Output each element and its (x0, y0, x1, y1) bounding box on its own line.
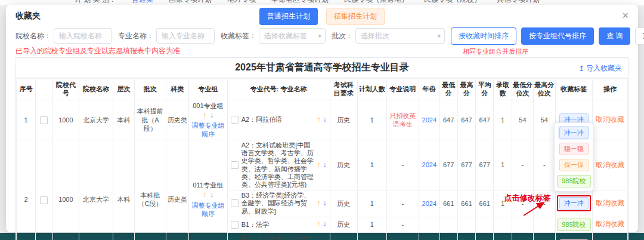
move-major-down-icon[interactable]: ↓ (323, 199, 327, 208)
bg-plan-type-item: 其他专项计划 (497, 0, 540, 5)
batch-filter-select[interactable]: 选择批次 ▾ (355, 28, 445, 44)
tag-filter-value: 选择收藏标签 (264, 31, 307, 41)
tag-option-bao[interactable]: 保一保 (558, 158, 589, 172)
table-row: 1 1000 北京大学 本科 本科提前批（A段） 历史类 001专业组 ↑ ↓ (17, 100, 628, 140)
cell-max-score: 677 (457, 140, 475, 190)
major-name: A2：阿拉伯语 (242, 116, 314, 124)
tag-highlight-box: 冲一冲 (557, 195, 591, 211)
move-group-up-icon[interactable]: ↑ (203, 190, 206, 200)
cell-min-score: 661 (439, 190, 457, 217)
col-header-subject-req: 考试科目要求 (330, 79, 357, 100)
cell-max-score: 661 (457, 190, 475, 217)
collect-plan-button[interactable]: 征集招生计划 (326, 8, 385, 25)
sort-by-time-button[interactable]: 按收藏时间排序 (451, 27, 516, 45)
cell-max-rank (534, 217, 555, 232)
cancel-favorite-link[interactable]: 取消收藏 (596, 161, 624, 169)
cell-plan-count: 1 (358, 217, 387, 232)
row-checkbox[interactable] (40, 116, 48, 124)
major-name-input[interactable] (156, 28, 215, 44)
favorites-modal: 收藏夹 普通招生计划 征集招生计划 × 院校名称： 专业名称： 收藏标签： 选择… (6, 5, 638, 232)
row-checkbox[interactable] (40, 196, 48, 204)
cell-subject: 历史 (330, 232, 357, 240)
cell-min-score: 677 (439, 140, 457, 190)
cell-max-score: 661 (457, 232, 475, 240)
tag-option-chong[interactable]: 冲一冲 (558, 126, 589, 140)
col-header-plan-count: 计划人数 (358, 79, 387, 100)
cell-category: 历史类 (166, 100, 188, 140)
col-header-min-score: 最低分 (439, 79, 457, 100)
cell-major-note: - (386, 140, 419, 190)
major-checkbox[interactable] (231, 116, 239, 124)
cell-college-name: 北京大学 (79, 140, 113, 240)
adjust-group-order-link[interactable]: 调整专业组顺序 (190, 201, 226, 219)
cell-max-rank: - (534, 232, 555, 240)
cell-admit-count: 1 (494, 140, 512, 190)
major-name: B1：法学 (242, 221, 314, 229)
cell-college-name: 北京大学 (79, 100, 113, 140)
cell-min-score: 647 (439, 100, 457, 140)
favorite-tag[interactable]: 985院校 (557, 219, 590, 231)
favorite-tag[interactable]: 冲一冲 (559, 197, 589, 210)
cell-max-rank: 54 (534, 100, 555, 140)
bg-plan-type-item: 地方专项 (227, 0, 256, 5)
cell-year[interactable] (419, 217, 439, 232)
move-major-up-icon[interactable]: ↑ (317, 115, 321, 125)
normal-plan-button[interactable]: 普通招生计划 (259, 8, 318, 25)
school-name-input[interactable] (54, 28, 112, 44)
import-favorites-link[interactable]: ↥ 导入收藏夹 (578, 63, 622, 73)
cell-min-score: 661 (439, 232, 457, 240)
major-name-label: 专业名称： (118, 31, 154, 41)
import-icon: ↥ (578, 64, 584, 73)
col-header-college-name: 院校名称 (79, 79, 113, 100)
move-group-down-icon[interactable]: ↓ (210, 111, 213, 121)
tag-option-label: 保一保 (559, 159, 589, 171)
query-button[interactable]: 查 询 (599, 27, 630, 45)
move-major-down-icon[interactable]: ↓ (323, 115, 327, 125)
move-group-down-icon[interactable]: ↓ (210, 190, 213, 200)
move-major-down-icon[interactable]: ↓ (323, 220, 327, 229)
chevron-down-icon: ▾ (318, 32, 321, 40)
cell-batch: 本科提前批（A段） (135, 100, 166, 140)
col-header-min-rank: 最低分位次 (512, 79, 533, 100)
major-checkbox[interactable] (231, 221, 239, 229)
sort-by-group-code-button[interactable]: 按专业组代号排序 (521, 27, 594, 45)
cancel-favorite-link[interactable]: 取消收藏 (596, 199, 624, 207)
cell-plan-count: 1 (358, 232, 387, 240)
col-header-max-rank: 最高分位次 (534, 79, 555, 100)
col-header-index: 序号 (17, 79, 36, 100)
cancel-favorite-link[interactable]: 取消收藏 (596, 220, 624, 228)
major-group-name: 001专业组 (193, 101, 223, 110)
col-header-major-name: 专业代号: 专业名称 (227, 79, 330, 100)
cell-year[interactable]: 2024 (419, 190, 439, 217)
cell-avg-score: 661 (476, 190, 494, 217)
cell-year[interactable]: 2024 (419, 140, 439, 190)
cell-year[interactable]: 2024 (419, 100, 439, 140)
reset-button[interactable]: 重 置 (635, 27, 644, 45)
cell-year[interactable]: 2024 (419, 232, 439, 240)
modal-title: 收藏夹 (16, 11, 41, 21)
bg-plan-type-item: 民族专项（聚居地） (344, 0, 408, 5)
adjust-group-order-link[interactable]: 调整专业组顺序 (190, 121, 226, 139)
tag-filter-select[interactable]: 选择收藏标签 ▾ (259, 28, 326, 44)
move-major-up-icon[interactable]: ↑ (317, 161, 321, 170)
cancel-favorite-link[interactable]: 取消收藏 (596, 115, 624, 124)
move-group-up-icon[interactable]: ↑ (203, 111, 206, 121)
cell-major-note: - (386, 217, 419, 232)
major-checkbox[interactable] (231, 199, 239, 207)
tag-option-985[interactable]: 985院校 (558, 174, 589, 188)
cell-avg-score (476, 217, 494, 232)
move-major-down-icon[interactable]: ↓ (323, 161, 327, 170)
close-icon[interactable]: × (622, 10, 628, 21)
move-major-up-icon[interactable]: ↑ (317, 199, 321, 208)
major-checkbox[interactable] (231, 161, 239, 169)
cell-admit-count: 1 (494, 232, 512, 240)
bg-plan-type-item: 普通类 (132, 0, 153, 5)
tag-option-wen[interactable]: 稳一稳 (558, 142, 589, 156)
cell-major-note: - (386, 190, 419, 217)
favorites-table: 序号 院校代号 院校名称 层次 批次 科类 专业组 专业代号: 专业名称 考试科… (16, 78, 628, 240)
move-major-up-icon[interactable]: ↑ (317, 220, 321, 229)
tag-option-label: 985院校 (557, 175, 590, 187)
major-name: A2：文科试验班类[中国语言文学类、考古学、历史学类、哲学类、社会学类、法学、新… (242, 141, 314, 189)
cell-subject: 历史 (330, 217, 357, 232)
cell-subject: 历史 (330, 100, 357, 140)
